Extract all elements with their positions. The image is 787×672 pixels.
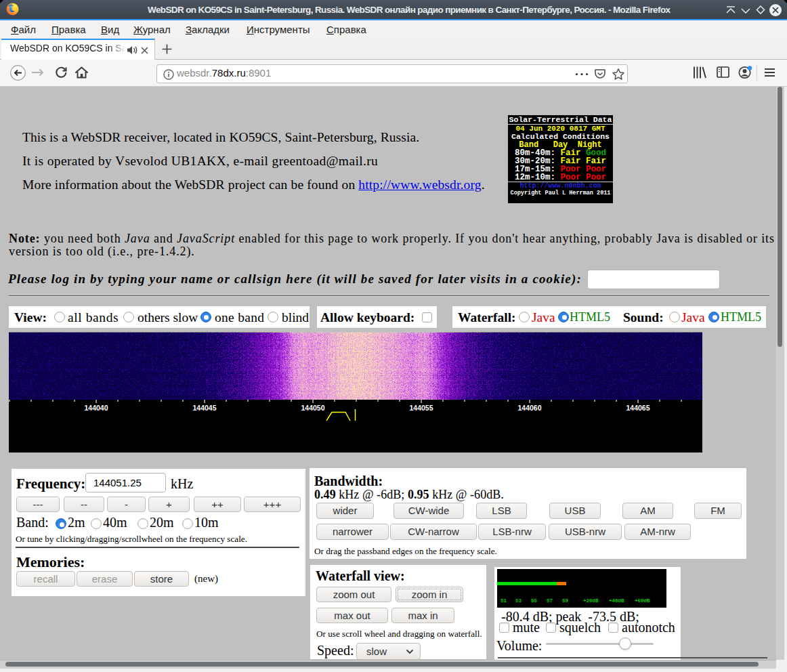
svg-text:144045: 144045: [192, 404, 216, 412]
svg-text:144055: 144055: [409, 404, 433, 412]
svg-text:144065: 144065: [626, 404, 650, 412]
svg-text:144040: 144040: [84, 404, 108, 412]
svg-text:144050: 144050: [301, 404, 324, 412]
svg-text:144060: 144060: [517, 404, 541, 412]
